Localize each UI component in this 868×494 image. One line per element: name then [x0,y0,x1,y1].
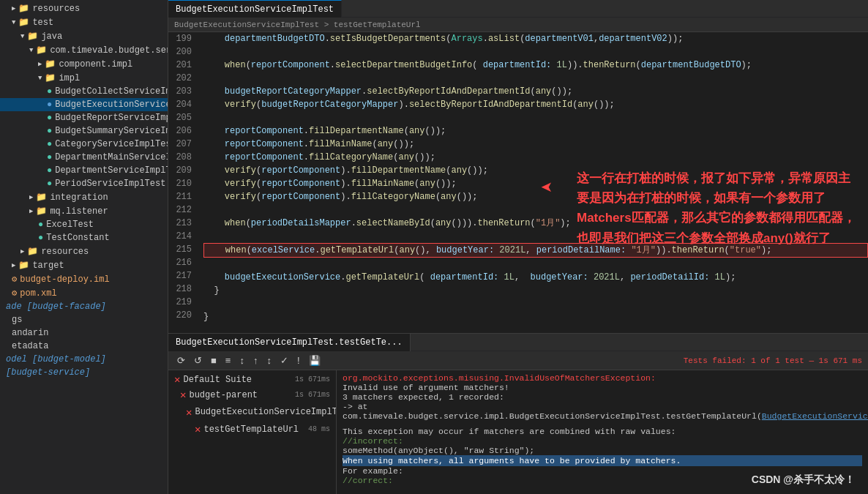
sidebar-item-budget-execution[interactable]: ● BudgetExecutionServiceImplTest [0,98,168,111]
sidebar-item-package[interactable]: ▼ 📁 com.timevale.budget.service [0,43,168,57]
code-line-203: budgetReportCategoryMapper.selectByRepor… [203,85,868,98]
sidebar-item-dept-service[interactable]: ● DepartmentServiceImplTest [0,164,168,177]
code-line-216 [203,258,868,271]
arrow-icon: ▶ [29,207,33,215]
sidebar-item-resources2[interactable]: ▶ 📁 resources [0,244,168,258]
spacer [343,421,862,427]
bottom-tab-main[interactable]: BudgetExecutionServiceImplTest.testGetTe… [168,334,411,351]
arrow-icon: ▶ [29,193,33,201]
sidebar-item-pom[interactable]: ⚙ pom.xml [0,286,168,300]
error-link[interactable]: BudgetExecutionServiceImplTest.java:215 [762,411,868,421]
code-line-207: reportComponent.fillMainName(any()); [203,138,868,151]
fail-icon: ✕ [186,406,192,419]
sidebar-item-etadata[interactable]: etadata [0,340,168,353]
code-line-218: } [203,284,868,297]
class-icon: ● [47,165,52,176]
error-detail5: //incorrect: [343,436,862,446]
main-area: ▶ 📁 resources ▼ 📁 test ▼ 📁 java ▼ 📁 com.… [0,0,868,494]
sidebar-item-budget-collect[interactable]: ● BudgetCollectServiceImplTest [0,85,168,98]
sidebar-item-deploy-iml[interactable]: ⚙ budget-deploy.iml [0,272,168,286]
class-icon: ● [47,100,52,110]
filter-ignore-button[interactable]: ! [294,353,303,367]
save-button[interactable]: 💾 [306,353,323,367]
test-tree-item-budget-execution-test[interactable]: ✕ BudgetExecutionServiceImplTest 1s 671m… [168,403,336,422]
sidebar-item-budget-report[interactable]: ● BudgetReportServiceImplTest [0,111,168,124]
expand-button[interactable]: ↕ [236,353,247,367]
collapse-button[interactable]: ↑ [250,353,261,367]
sidebar-item-test-constant[interactable]: ● TestConstant [0,231,168,244]
code-line-208: reportComponent.fillCategoryName(any()); [203,151,868,164]
sidebar-item-integration[interactable]: ▶ 📁 integration [0,190,168,204]
folder-icon: 📁 [18,260,29,271]
test-tree-item-budget-parent[interactable]: ✕ budget-parent 1s 671ms [168,387,336,403]
bottom-panel: BudgetExecutionServiceImplTest.testGetTe… [168,333,868,494]
editor-tabs: BudgetExecutionServiceImplTest [168,0,868,18]
stop-button[interactable]: ■ [208,353,220,367]
sidebar: ▶ 📁 resources ▼ 📁 test ▼ 📁 java ▼ 📁 com.… [0,0,168,494]
test-tree: ✕ Default Suite 1s 671ms ✕ budget-parent… [168,370,337,494]
editor-area: BudgetExecutionServiceImplTest BudgetExe… [168,0,868,494]
code-line-213: when(periodDetailsMapper.selectNameById(… [203,217,868,230]
fail-icon: ✕ [174,373,180,386]
editor-tab-main[interactable]: BudgetExecutionServiceImplTest [168,0,342,18]
code-line-209: verify(reportComponent).fillDepartmentNa… [203,164,868,177]
settings-button[interactable]: ≡ [222,353,234,367]
code-line-215: when(excelService.getTemplateUrl(any(), … [203,243,868,258]
error-detail6: someMethod(anyObject(), "raw String"); [343,446,862,455]
code-line-206: reportComponent.fillDepartmentName(any()… [203,124,868,138]
class-icon: ● [47,126,52,136]
arrow-icon: ▶ [12,261,15,269]
code-line-199: departmentBudgetDTO.setIsBudgetDepartmen… [203,32,868,45]
class-icon: ● [38,220,43,230]
sidebar-item-budget-summary[interactable]: ● BudgetSummaryServiceImplTest [0,124,168,138]
folder-icon: 📁 [18,17,29,28]
sidebar-item-resources1[interactable]: ▶ 📁 resources [0,1,168,15]
arrow-icon: ▼ [29,47,33,54]
xml-icon: ⚙ [12,288,17,299]
sidebar-item-dept-main[interactable]: ● DepartmentMainServiceImplTest [0,151,168,164]
folder-icon: 📁 [45,72,56,83]
sidebar-item-facade[interactable]: ade [budget-facade] [0,300,168,313]
sidebar-item-category[interactable]: ● CategoryServiceImplTest [0,138,168,151]
error-detail4: This exception may occur if matchers are… [343,427,862,436]
code-editor[interactable]: 199 200 201 202 203 204 205 206 207 208 … [168,32,868,333]
code-line-219 [203,297,868,310]
sidebar-item-gs[interactable]: gs [0,313,168,326]
highlighted-text: When using matchers, all arguments have … [343,455,862,466]
sidebar-item-impl[interactable]: ▼ 📁 impl [0,71,168,85]
sidebar-item-andarin[interactable]: andarin [0,326,168,340]
sidebar-item-excel-test[interactable]: ● ExcelTest [0,218,168,231]
line-numbers: 199 200 201 202 203 204 205 206 207 208 … [168,32,198,333]
sidebar-item-component-impl[interactable]: ▶ 📁 component.impl [0,57,168,71]
folder-icon: 📁 [36,192,47,203]
arrow-icon: ▼ [38,75,42,82]
sidebar-item-target[interactable]: ▶ 📁 target [0,258,168,272]
test-tree-item-default-suite[interactable]: ✕ Default Suite 1s 671ms [168,372,336,387]
arrow-icon: ▶ [20,247,24,255]
code-line-205 [203,111,868,124]
filter-pass-button[interactable]: ✓ [277,353,291,367]
test-tree-item-test-get-template-url[interactable]: ✕ testGetTemplateUrl 48 ms [168,422,336,437]
folder-icon: 📁 [27,31,38,42]
sidebar-item-test[interactable]: ▼ 📁 test [0,15,168,29]
arrow-icon: ▶ [12,4,15,12]
folder-icon: 📁 [18,3,29,14]
sidebar-item-budget-service[interactable]: [budget-service] [0,366,168,379]
error-detail7: When using matchers, all arguments have … [343,455,862,466]
fail-icon: ✕ [195,423,201,435]
error-class: org.mockito.exceptions.misusing.InvalidU… [343,373,862,383]
error-msg: Invalid use of argument matchers! [343,383,862,392]
rerun-failed-button[interactable]: ↺ [191,353,205,367]
sort-button[interactable]: ↕ [263,353,274,367]
error-detail2: -> at com.timevale.budget.service.impl.B… [343,402,862,421]
bottom-tabs: BudgetExecutionServiceImplTest.testGetTe… [168,334,868,351]
code-line-202 [203,72,868,85]
test-status: Tests failed: 1 of 1 test — 1s 671 ms [684,356,862,365]
rerun-button[interactable]: ⟳ [174,353,188,367]
arrow-icon: ▼ [20,33,24,40]
sidebar-item-model[interactable]: odel [budget-model] [0,353,168,366]
arrow-icon: ▶ [38,60,42,68]
sidebar-item-java[interactable]: ▼ 📁 java [0,29,168,43]
sidebar-item-mq-listener[interactable]: ▶ 📁 mq.listener [0,204,168,218]
sidebar-item-period[interactable]: ● PeriodServiceImplTest [0,177,168,190]
